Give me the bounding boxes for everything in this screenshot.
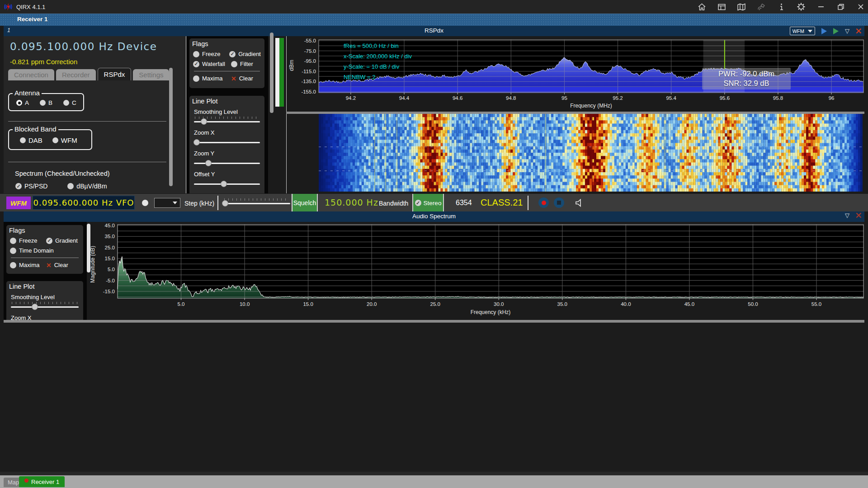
restore-window-icon[interactable] xyxy=(836,2,845,11)
record-indicator-icon xyxy=(24,479,28,483)
waterfall-checkbox[interactable]: Waterfall xyxy=(193,61,231,67)
checkbox-checked-icon xyxy=(229,51,236,57)
svg-text:-155.0: -155.0 xyxy=(301,89,316,94)
bandwidth-label: Bandwidth xyxy=(379,200,408,207)
svg-text:20.0: 20.0 xyxy=(367,301,377,307)
maxima-checkbox[interactable]: Maxima xyxy=(10,262,46,268)
bottom-taskbar: Map Receiver 1 xyxy=(0,475,868,488)
audio-spectrum-plot[interactable]: 45.035.025.015.05.0-5.0-15.05.010.015.02… xyxy=(99,222,864,320)
tab-connection[interactable]: Connection xyxy=(8,69,54,80)
stop-icon xyxy=(557,201,561,205)
smoothing-level-slider[interactable] xyxy=(194,117,260,126)
bandwidth-value[interactable]: 150.000 Hz xyxy=(325,197,378,207)
squelch-button[interactable]: Squelch xyxy=(292,194,318,212)
gradient-checkbox[interactable]: Gradient xyxy=(229,51,261,57)
device-frequency-display[interactable]: 0.095.100.000 Hz Device xyxy=(10,41,157,52)
step-radio[interactable] xyxy=(142,200,148,206)
tab-receiver-1[interactable]: Receiver 1 xyxy=(17,16,48,23)
close-panel-icon[interactable] xyxy=(856,212,862,218)
slider-thumb[interactable] xyxy=(222,200,228,206)
svg-text:95: 95 xyxy=(561,95,567,101)
rspdx-window-header: 1 RSPdx WFM ▽ xyxy=(4,26,864,36)
svg-text:50.0: 50.0 xyxy=(748,301,758,307)
device-panel-scrollbar[interactable] xyxy=(169,68,173,186)
clear-button[interactable]: ✕ Clear xyxy=(231,75,253,82)
slider-thumb[interactable] xyxy=(32,304,38,310)
gradient-checkbox[interactable]: Gradient xyxy=(46,237,78,244)
divider xyxy=(528,196,528,210)
home-icon[interactable] xyxy=(697,2,706,11)
freeze-checkbox[interactable]: Freeze xyxy=(193,51,229,57)
antenna-a-radio[interactable]: A xyxy=(16,99,29,106)
rf-y-axis-label: dBm xyxy=(288,50,295,81)
play-green-icon[interactable] xyxy=(833,28,839,34)
close-panel-icon[interactable] xyxy=(856,28,862,34)
pwr-readout: PWR: -92.0 dBm xyxy=(702,69,791,79)
time-domain-checkbox[interactable]: Time Domain xyxy=(10,247,54,254)
zoom-y-slider[interactable] xyxy=(194,158,260,167)
stereo-toggle[interactable]: Stereo xyxy=(412,194,444,212)
wfm-mode-button[interactable]: WFM xyxy=(6,197,31,209)
checkbox-icon xyxy=(10,248,16,254)
slider-thumb[interactable] xyxy=(205,160,212,166)
satellite-icon[interactable] xyxy=(757,2,766,11)
stop-button[interactable] xyxy=(554,197,564,208)
minimize-icon[interactable] xyxy=(816,2,826,11)
slider-thumb[interactable] xyxy=(193,139,200,145)
filter-checkbox[interactable]: Filter xyxy=(231,61,253,67)
layout-panels-icon[interactable] xyxy=(717,2,726,11)
bitrate-readout: 6354 xyxy=(456,199,472,207)
tab-recorder[interactable]: Recorder xyxy=(56,69,96,80)
vfo-frequency-display[interactable]: 0.095.600.000 Hz VFO xyxy=(33,196,135,210)
info-icon[interactable] xyxy=(777,2,786,11)
squelch-slider[interactable] xyxy=(223,198,290,207)
divider xyxy=(217,196,218,210)
settings-gear-icon[interactable] xyxy=(797,2,806,11)
tab-settings[interactable]: Settings xyxy=(133,69,169,80)
map-icon[interactable] xyxy=(737,2,746,11)
tab-rspdx[interactable]: RSPdx xyxy=(98,68,132,80)
zoom-x-slider[interactable] xyxy=(194,137,260,146)
offset-y-slider[interactable] xyxy=(194,179,260,188)
svg-text:45.0: 45.0 xyxy=(105,223,115,228)
mode-select[interactable]: WFM xyxy=(790,27,815,35)
antenna-b-radio[interactable]: B xyxy=(40,99,52,106)
maxima-checkbox[interactable]: Maxima xyxy=(193,75,231,82)
step-select[interactable] xyxy=(154,198,180,208)
play-blue-icon[interactable] xyxy=(821,28,827,34)
checkbox-icon xyxy=(193,51,199,57)
freeze-checkbox[interactable]: Freeze xyxy=(10,237,46,244)
rf-column-scrollbar[interactable] xyxy=(270,33,274,113)
ps-psd-checkbox[interactable]: PS/PSD xyxy=(15,183,47,190)
close-window-icon[interactable] xyxy=(856,2,865,11)
speaker-button[interactable] xyxy=(574,197,585,208)
record-button[interactable] xyxy=(538,197,549,208)
clear-button[interactable]: ✕ Clear xyxy=(46,262,68,268)
taskbar-shadow xyxy=(0,472,868,475)
waterfall-display[interactable] xyxy=(319,114,863,192)
power-snr-tooltip: PWR: -92.0 dBm SNR: 32.9 dB xyxy=(702,68,791,89)
slider-track xyxy=(194,163,260,164)
smoothing-level-slider[interactable] xyxy=(11,302,79,311)
antenna-c-radio[interactable]: C xyxy=(63,99,76,106)
svg-text:5.0: 5.0 xyxy=(178,301,185,307)
divider xyxy=(11,258,79,258)
blocked-dab-radio[interactable]: DAB xyxy=(20,136,42,144)
radio-icon xyxy=(40,100,46,106)
svg-text:45.0: 45.0 xyxy=(684,301,694,307)
dbuv-dbm-checkbox[interactable]: dBµV/dBm xyxy=(67,183,107,190)
blocked-wfm-radio[interactable]: WFM xyxy=(52,136,77,144)
svg-text:94.4: 94.4 xyxy=(399,95,410,101)
receiver-tab-strip: Receiver 1 xyxy=(0,14,868,26)
collapse-panel-icon[interactable]: ▽ xyxy=(845,212,849,218)
slider-track xyxy=(194,142,260,143)
svg-text:-95.0: -95.0 xyxy=(304,58,316,64)
checkbox-icon xyxy=(67,183,74,189)
slider-thumb[interactable] xyxy=(201,118,207,125)
radio-icon xyxy=(63,100,69,106)
taskbar-tab-receiver-1[interactable]: Receiver 1 xyxy=(19,476,65,487)
clear-x-icon: ✕ xyxy=(231,76,236,81)
audio-lineplot-group: Line Plot Smoothing Level Zoom X xyxy=(6,281,83,320)
collapse-panel-icon[interactable]: ▽ xyxy=(845,28,849,34)
slider-thumb[interactable] xyxy=(221,181,227,187)
